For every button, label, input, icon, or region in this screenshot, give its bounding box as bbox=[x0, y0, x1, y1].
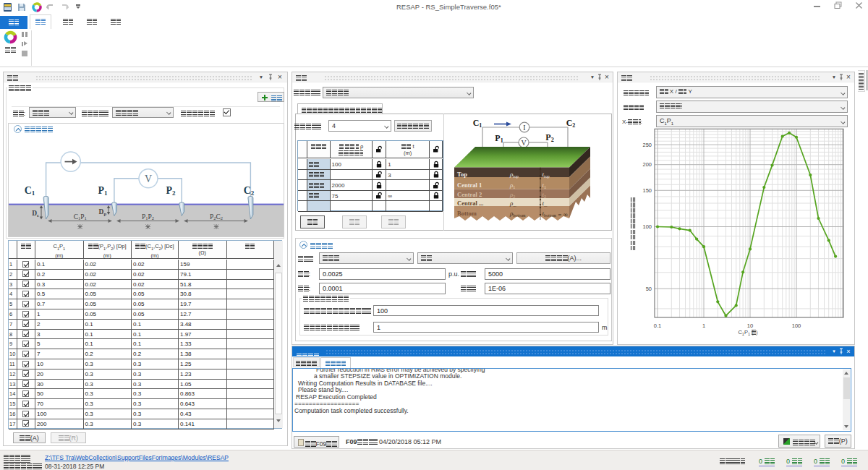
svg-text:C2: C2 bbox=[244, 185, 255, 197]
svg-text:Central 2: Central 2 bbox=[457, 191, 482, 198]
svg-text:Bottom: Bottom bbox=[457, 210, 477, 217]
svg-text:Top: Top bbox=[457, 171, 467, 178]
svg-text:I: I bbox=[523, 124, 525, 132]
svg-text:100: 100 bbox=[792, 322, 801, 329]
svg-text:P2: P2 bbox=[545, 132, 553, 143]
svg-text:P2: P2 bbox=[166, 185, 176, 197]
svg-text:Central ...: Central ... bbox=[457, 200, 483, 207]
svg-text:V: V bbox=[145, 174, 152, 184]
svg-text:100: 100 bbox=[642, 223, 652, 230]
svg-text:50: 50 bbox=[646, 286, 652, 292]
svg-text:V: V bbox=[521, 139, 527, 147]
svg-text:C1: C1 bbox=[25, 185, 35, 197]
svg-text:150: 150 bbox=[642, 187, 652, 194]
svg-text:C1: C1 bbox=[473, 118, 482, 129]
svg-text:250: 250 bbox=[642, 142, 652, 148]
svg-text:C2: C2 bbox=[566, 118, 576, 129]
svg-text:1: 1 bbox=[702, 322, 705, 329]
svg-text:10: 10 bbox=[747, 322, 753, 329]
svg-text:0.1: 0.1 bbox=[654, 322, 661, 329]
svg-text:200: 200 bbox=[642, 161, 652, 168]
svg-text:P1: P1 bbox=[495, 133, 503, 144]
svg-text:Central 1: Central 1 bbox=[457, 181, 482, 189]
svg-text:P1: P1 bbox=[98, 185, 108, 197]
